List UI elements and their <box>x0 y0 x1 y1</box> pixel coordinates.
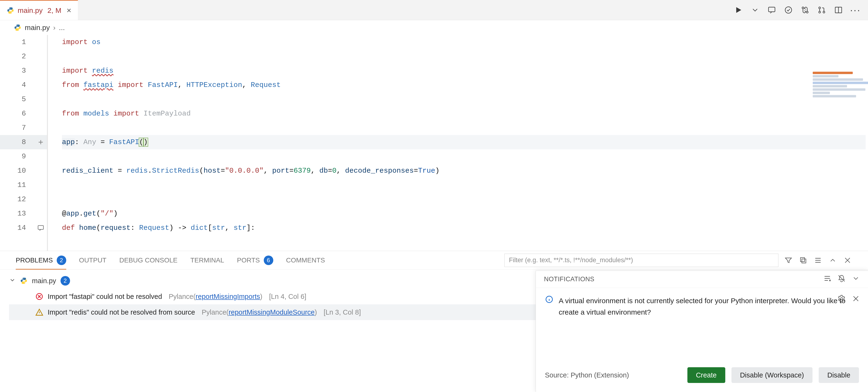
close-icon[interactable]: × <box>66 6 71 15</box>
comment-icon[interactable] <box>767 5 777 15</box>
svg-rect-10 <box>802 259 806 263</box>
breadcrumb-file: main.py <box>25 24 50 32</box>
collapse-files-icon[interactable] <box>799 256 808 265</box>
minimap[interactable] <box>811 71 868 121</box>
comment-glyph-icon[interactable] <box>35 221 47 235</box>
problem-message: Import "redis" could not be resolved fro… <box>48 308 195 316</box>
tab-main-py[interactable]: main.py 2, M × <box>0 0 78 20</box>
view-as-list-icon[interactable] <box>813 256 823 265</box>
code-line[interactable] <box>62 178 866 192</box>
glyph-empty <box>35 121 47 135</box>
svg-rect-8 <box>38 226 43 229</box>
tab-problems[interactable]: PROBLEMS 2 <box>16 251 66 269</box>
run-icon[interactable] <box>733 5 743 15</box>
problem-location: [Ln 4, Col 6] <box>269 293 306 300</box>
notification-footer: Source: Python (Extension) Create Disabl… <box>536 367 868 392</box>
tab-comments[interactable]: COMMENTS <box>286 251 325 269</box>
tab-comments-label: COMMENTS <box>286 257 325 264</box>
tab-group: main.py 2, M × <box>0 0 78 20</box>
git-compare-icon[interactable] <box>800 5 810 15</box>
panel-chevron-up-icon[interactable] <box>828 256 837 265</box>
breadcrumb[interactable]: main.py › ... <box>0 20 868 35</box>
code-line[interactable]: redis_client = redis.StrictRedis(host="0… <box>62 164 866 178</box>
tab-debug-label: DEBUG CONSOLE <box>119 257 178 264</box>
disable-workspace-button[interactable]: Disable (Workspace) <box>732 367 813 383</box>
disable-button[interactable]: Disable <box>819 367 859 383</box>
error-icon <box>35 292 43 300</box>
tab-debug-console[interactable]: DEBUG CONSOLE <box>119 251 178 269</box>
run-chevron-icon[interactable] <box>750 5 760 15</box>
code-line[interactable] <box>62 121 866 135</box>
split-editor-icon[interactable] <box>833 5 843 15</box>
filter-icon[interactable] <box>784 256 793 265</box>
panel: PROBLEMS 2 OUTPUT DEBUG CONSOLE TERMINAL… <box>0 251 868 392</box>
notification-close-icon[interactable] <box>852 295 860 304</box>
panel-close-icon[interactable] <box>843 256 852 265</box>
code-line[interactable]: def home(request: Request) -> dict[str, … <box>62 221 866 235</box>
do-not-disturb-icon[interactable] <box>837 274 846 284</box>
line-number: 1 <box>0 35 35 49</box>
glyph-empty <box>35 106 47 121</box>
breadcrumb-sep-icon: › <box>53 24 56 32</box>
line-number: 14 <box>0 221 35 235</box>
tab-output[interactable]: OUTPUT <box>79 251 106 269</box>
glyph-empty <box>35 178 47 192</box>
notifications-header: NOTIFICATIONS <box>536 271 868 288</box>
glyph-empty <box>35 92 47 106</box>
warning-icon <box>35 308 43 316</box>
tab-ports[interactable]: PORTS 6 <box>237 251 273 269</box>
create-button[interactable]: Create <box>687 367 725 383</box>
git-pr-icon[interactable] <box>817 5 827 15</box>
notifications-chevron-down-icon[interactable] <box>852 274 860 284</box>
tab-problems-label: PROBLEMS <box>16 257 53 264</box>
code-line[interactable] <box>62 149 866 164</box>
line-number: 12 <box>0 192 35 206</box>
tab-label: main.py <box>18 6 43 14</box>
code-line[interactable]: @app.get("/") <box>62 206 866 221</box>
more-icon[interactable]: ··· <box>850 5 861 15</box>
glyph-empty <box>35 78 47 92</box>
code-line[interactable] <box>62 49 866 64</box>
svg-rect-9 <box>801 257 805 261</box>
svg-point-13 <box>841 298 843 300</box>
tab-terminal[interactable]: TERMINAL <box>190 251 224 269</box>
glyph-empty <box>35 149 47 164</box>
problem-source-link[interactable]: reportMissingModuleSource <box>228 308 314 316</box>
notification-body: A virtual environment is not currently s… <box>536 288 868 367</box>
check-circle-icon[interactable] <box>783 5 794 15</box>
line-number: 6 <box>0 106 35 121</box>
svg-rect-0 <box>768 7 775 12</box>
notification-source: Source: Python (Extension) <box>545 371 681 379</box>
notification-message: A virtual environment is not currently s… <box>559 295 859 318</box>
code-line[interactable]: import redis <box>62 64 866 78</box>
code-line[interactable]: import os <box>62 35 866 49</box>
editor-toolbar: ··· <box>733 5 861 15</box>
problem-source-link[interactable]: reportMissingImports <box>196 293 260 300</box>
chevron-down-icon <box>9 277 16 285</box>
problem-location: [Ln 3, Col 8] <box>323 308 361 316</box>
svg-point-2 <box>802 7 804 9</box>
problem-source: Pylance(reportMissingImports) <box>169 293 262 300</box>
code-editor[interactable]: 1234567891011121314 import osimport redi… <box>0 35 868 251</box>
tab-bar: main.py 2, M × ··· <box>0 0 868 20</box>
problems-filter-input[interactable] <box>504 254 778 267</box>
problems-count-badge: 2 <box>57 256 66 265</box>
code-lines[interactable]: import osimport redisfrom fastapi import… <box>62 35 866 235</box>
breadcrumb-more: ... <box>59 24 65 32</box>
svg-point-4 <box>819 7 820 9</box>
python-file-icon <box>7 7 14 14</box>
code-line[interactable]: app: Any = FastAPI() <box>62 135 866 149</box>
problems-file-badge: 2 <box>61 276 70 286</box>
code-line[interactable]: from fastapi import FastAPI, HTTPExcepti… <box>62 78 866 92</box>
line-number: 11 <box>0 178 35 192</box>
svg-point-5 <box>819 11 820 13</box>
clear-all-icon[interactable] <box>823 274 831 284</box>
code-line[interactable]: from models import ItemPayload <box>62 106 866 121</box>
problem-message: Import "fastapi" could not be resolved <box>48 293 162 300</box>
glyph-empty <box>35 35 47 49</box>
plus-glyph-icon[interactable] <box>35 135 47 149</box>
code-line[interactable] <box>62 92 866 106</box>
code-line[interactable] <box>62 192 866 206</box>
gear-icon[interactable] <box>837 295 846 304</box>
line-number: 7 <box>0 121 35 135</box>
